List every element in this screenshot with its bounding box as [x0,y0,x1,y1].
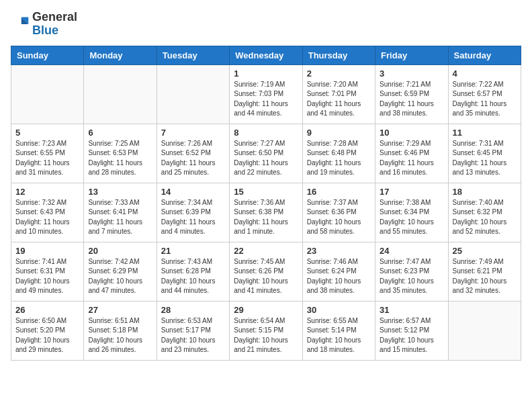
col-header-monday: Monday [84,46,157,64]
day-number: 23 [307,246,371,256]
calendar-cell: 12Sunrise: 7:32 AM Sunset: 6:43 PM Dayli… [11,183,84,242]
calendar-cell: 24Sunrise: 7:47 AM Sunset: 6:23 PM Dayli… [375,242,448,301]
day-number: 8 [234,128,298,138]
day-info: Sunrise: 7:33 AM Sunset: 6:41 PM Dayligh… [88,198,152,237]
day-info: Sunrise: 6:54 AM Sunset: 5:15 PM Dayligh… [234,316,298,355]
day-info: Sunrise: 7:37 AM Sunset: 6:36 PM Dayligh… [307,198,371,237]
day-number: 30 [307,305,371,315]
calendar-cell: 29Sunrise: 6:54 AM Sunset: 5:15 PM Dayli… [230,301,302,360]
day-number: 18 [453,187,517,197]
day-info: Sunrise: 6:51 AM Sunset: 5:18 PM Dayligh… [88,316,152,355]
calendar-cell: 17Sunrise: 7:38 AM Sunset: 6:34 PM Dayli… [375,183,448,242]
day-number: 21 [161,246,225,256]
day-info: Sunrise: 7:36 AM Sunset: 6:38 PM Dayligh… [234,198,298,237]
calendar-table: SundayMondayTuesdayWednesdayThursdayFrid… [11,46,521,361]
day-number: 10 [380,128,443,138]
day-number: 6 [88,128,152,138]
calendar-week-4: 26Sunrise: 6:50 AM Sunset: 5:20 PM Dayli… [11,301,521,360]
day-info: Sunrise: 7:40 AM Sunset: 6:32 PM Dayligh… [453,198,517,237]
calendar-cell: 22Sunrise: 7:45 AM Sunset: 6:26 PM Dayli… [230,242,302,301]
calendar-cell: 9Sunrise: 7:28 AM Sunset: 6:48 PM Daylig… [302,124,375,183]
page-header: General Blue [11,11,521,38]
col-header-tuesday: Tuesday [157,46,229,64]
day-info: Sunrise: 7:26 AM Sunset: 6:52 PM Dayligh… [161,139,225,178]
col-header-friday: Friday [375,46,448,64]
day-info: Sunrise: 7:49 AM Sunset: 6:21 PM Dayligh… [453,257,517,296]
calendar-cell: 19Sunrise: 7:41 AM Sunset: 6:31 PM Dayli… [11,242,84,301]
day-number: 25 [453,246,517,256]
calendar-cell: 5Sunrise: 7:23 AM Sunset: 6:55 PM Daylig… [11,124,84,183]
calendar-week-2: 12Sunrise: 7:32 AM Sunset: 6:43 PM Dayli… [11,183,521,242]
calendar-cell: 23Sunrise: 7:46 AM Sunset: 6:24 PM Dayli… [302,242,375,301]
day-info: Sunrise: 7:20 AM Sunset: 7:01 PM Dayligh… [307,80,371,119]
day-info: Sunrise: 7:31 AM Sunset: 6:45 PM Dayligh… [453,139,517,178]
logo: General Blue [11,11,77,38]
calendar-cell: 11Sunrise: 7:31 AM Sunset: 6:45 PM Dayli… [448,124,521,183]
logo-icon [11,15,30,34]
calendar-cell: 2Sunrise: 7:20 AM Sunset: 7:01 PM Daylig… [302,64,375,124]
day-info: Sunrise: 7:41 AM Sunset: 6:31 PM Dayligh… [15,257,79,296]
calendar-cell: 27Sunrise: 6:51 AM Sunset: 5:18 PM Dayli… [84,301,157,360]
day-info: Sunrise: 7:34 AM Sunset: 6:39 PM Dayligh… [161,198,225,237]
day-number: 17 [380,187,443,197]
calendar-cell [11,64,84,124]
calendar-cell: 20Sunrise: 7:42 AM Sunset: 6:29 PM Dayli… [84,242,157,301]
day-number: 15 [234,187,298,197]
day-info: Sunrise: 7:46 AM Sunset: 6:24 PM Dayligh… [307,257,371,296]
calendar-week-1: 5Sunrise: 7:23 AM Sunset: 6:55 PM Daylig… [11,124,521,183]
day-number: 5 [15,128,79,138]
calendar-week-0: 1Sunrise: 7:19 AM Sunset: 7:03 PM Daylig… [11,64,521,124]
calendar-cell [448,301,521,360]
day-info: Sunrise: 7:45 AM Sunset: 6:26 PM Dayligh… [234,257,298,296]
day-number: 31 [380,305,443,315]
day-number: 29 [234,305,298,315]
calendar-cell [157,64,229,124]
day-number: 19 [15,246,79,256]
day-info: Sunrise: 7:29 AM Sunset: 6:46 PM Dayligh… [380,139,443,178]
day-number: 27 [88,305,152,315]
day-number: 9 [307,128,371,138]
day-info: Sunrise: 7:42 AM Sunset: 6:29 PM Dayligh… [88,257,152,296]
day-info: Sunrise: 7:21 AM Sunset: 6:59 PM Dayligh… [380,80,443,119]
calendar-cell: 30Sunrise: 6:55 AM Sunset: 5:14 PM Dayli… [302,301,375,360]
day-number: 14 [161,187,225,197]
day-info: Sunrise: 6:50 AM Sunset: 5:20 PM Dayligh… [15,316,79,355]
day-info: Sunrise: 7:32 AM Sunset: 6:43 PM Dayligh… [15,198,79,237]
calendar-cell: 25Sunrise: 7:49 AM Sunset: 6:21 PM Dayli… [448,242,521,301]
col-header-sunday: Sunday [11,46,84,64]
calendar-cell: 21Sunrise: 7:43 AM Sunset: 6:28 PM Dayli… [157,242,229,301]
day-number: 1 [234,68,298,79]
calendar-cell: 6Sunrise: 7:25 AM Sunset: 6:53 PM Daylig… [84,124,157,183]
day-number: 2 [307,68,371,79]
calendar-cell: 31Sunrise: 6:57 AM Sunset: 5:12 PM Dayli… [375,301,448,360]
calendar-cell: 18Sunrise: 7:40 AM Sunset: 6:32 PM Dayli… [448,183,521,242]
col-header-thursday: Thursday [302,46,375,64]
calendar-week-3: 19Sunrise: 7:41 AM Sunset: 6:31 PM Dayli… [11,242,521,301]
day-number: 16 [307,187,371,197]
calendar-cell: 28Sunrise: 6:53 AM Sunset: 5:17 PM Dayli… [157,301,229,360]
day-number: 13 [88,187,152,197]
calendar-cell: 14Sunrise: 7:34 AM Sunset: 6:39 PM Dayli… [157,183,229,242]
calendar-cell: 15Sunrise: 7:36 AM Sunset: 6:38 PM Dayli… [230,183,302,242]
day-number: 11 [453,128,517,138]
day-number: 4 [453,68,517,79]
day-info: Sunrise: 6:55 AM Sunset: 5:14 PM Dayligh… [307,316,371,355]
calendar-cell: 10Sunrise: 7:29 AM Sunset: 6:46 PM Dayli… [375,124,448,183]
calendar-cell: 7Sunrise: 7:26 AM Sunset: 6:52 PM Daylig… [157,124,229,183]
calendar-cell: 1Sunrise: 7:19 AM Sunset: 7:03 PM Daylig… [230,64,302,124]
col-header-saturday: Saturday [448,46,521,64]
day-number: 28 [161,305,225,315]
day-info: Sunrise: 7:38 AM Sunset: 6:34 PM Dayligh… [380,198,443,237]
day-info: Sunrise: 7:25 AM Sunset: 6:53 PM Dayligh… [88,139,152,178]
day-number: 3 [380,68,443,79]
day-number: 26 [15,305,79,315]
day-number: 20 [88,246,152,256]
logo-text: General Blue [32,11,77,38]
calendar-header-row: SundayMondayTuesdayWednesdayThursdayFrid… [11,46,521,64]
day-info: Sunrise: 7:28 AM Sunset: 6:48 PM Dayligh… [307,139,371,178]
day-info: Sunrise: 7:22 AM Sunset: 6:57 PM Dayligh… [453,80,517,119]
day-info: Sunrise: 6:57 AM Sunset: 5:12 PM Dayligh… [380,316,443,355]
day-info: Sunrise: 7:27 AM Sunset: 6:50 PM Dayligh… [234,139,298,178]
day-info: Sunrise: 7:23 AM Sunset: 6:55 PM Dayligh… [15,139,79,178]
day-number: 24 [380,246,443,256]
